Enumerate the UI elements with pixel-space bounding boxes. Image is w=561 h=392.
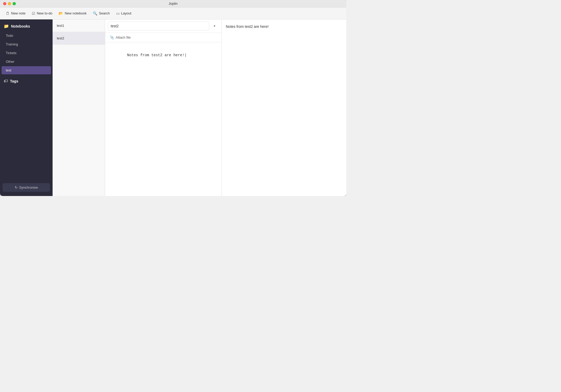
editor-area: ▾ 📎 Attach file Notes from test2 are her… bbox=[105, 19, 222, 196]
sidebar-item-other[interactable]: Other bbox=[2, 58, 51, 66]
maximize-button[interactable] bbox=[13, 2, 16, 5]
note-editor[interactable]: Notes from test2 are here!| bbox=[105, 42, 221, 196]
minimize-button[interactable] bbox=[8, 2, 11, 5]
window-title: Joplin bbox=[169, 2, 178, 6]
notebooks-icon: 📁 bbox=[4, 24, 9, 29]
sidebar-item-test[interactable]: test bbox=[2, 66, 51, 74]
notebooks-header: 📁 Notebooks bbox=[0, 19, 53, 31]
editor-title-bar: ▾ bbox=[105, 19, 221, 33]
tags-header: 🏷 Tags bbox=[0, 75, 53, 86]
attach-icon: 📎 bbox=[110, 35, 114, 39]
note-list: test1 test2 bbox=[53, 19, 105, 196]
new-notebook-icon: 📂 bbox=[59, 11, 63, 16]
title-dropdown-button[interactable]: ▾ bbox=[210, 22, 219, 30]
new-notebook-button[interactable]: 📂 New notebook bbox=[56, 10, 89, 17]
new-note-button[interactable]: 🗒 New note bbox=[3, 10, 28, 17]
note-list-item[interactable]: test1 bbox=[53, 19, 105, 32]
sidebar-item-todo[interactable]: Todo bbox=[2, 32, 51, 40]
tags-icon: 🏷 bbox=[4, 79, 8, 84]
sidebar-item-training[interactable]: Training bbox=[2, 40, 51, 48]
toolbar: 🗒 New note ☑ New to-do 📂 New notebook 🔍 … bbox=[0, 7, 346, 19]
note-list-item[interactable]: test2 bbox=[53, 32, 105, 45]
sidebar: 📁 Notebooks Todo Training Tickets Other … bbox=[0, 19, 53, 196]
new-todo-icon: ☑ bbox=[32, 11, 35, 16]
attach-file-button[interactable]: 📎 Attach file bbox=[108, 34, 133, 40]
sync-button[interactable]: ↻ Synchronise bbox=[3, 183, 50, 192]
sidebar-item-tickets[interactable]: Tickets bbox=[2, 49, 51, 57]
search-button[interactable]: 🔍 Search bbox=[90, 10, 112, 17]
close-button[interactable] bbox=[3, 2, 6, 5]
layout-icon: ▭ bbox=[116, 11, 120, 16]
sync-icon: ↻ bbox=[15, 185, 18, 189]
editor-toolbar: 📎 Attach file bbox=[105, 33, 221, 42]
layout-button[interactable]: ▭ Layout bbox=[114, 10, 134, 17]
new-note-icon: 🗒 bbox=[6, 11, 9, 16]
new-todo-button[interactable]: ☑ New to-do bbox=[29, 10, 55, 17]
note-title-input[interactable] bbox=[108, 22, 209, 30]
main-content: 📁 Notebooks Todo Training Tickets Other … bbox=[0, 19, 346, 196]
traffic-lights bbox=[3, 2, 16, 5]
titlebar: Joplin bbox=[0, 0, 346, 7]
search-icon: 🔍 bbox=[93, 11, 97, 16]
preview-area: Notes from test2 are here! bbox=[222, 19, 346, 196]
